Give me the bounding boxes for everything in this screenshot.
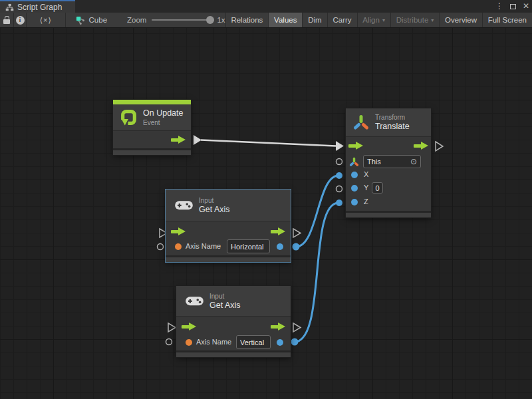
node-on-update[interactable]: On Update Event [113,100,191,155]
zoom-slider-handle[interactable] [206,16,214,24]
y-value-field[interactable]: 0 [372,182,383,194]
node-footer [346,211,431,217]
zoom-slider[interactable] [152,19,211,21]
info-icon: i [16,16,25,25]
flow-in-arrow-icon[interactable] [182,323,196,331]
graph-toolbar: i ⟨×⟩ Cube Zoom 1x [0,13,532,28]
node-footer [166,255,291,262]
z-port-dot[interactable] [351,199,358,205]
gamepad-icon [185,295,204,307]
axis-name-value: Horizontal [231,243,264,251]
target-field[interactable]: This ⊙ [363,155,421,168]
values-button[interactable]: Values [269,13,302,27]
flow-out-arrow-icon[interactable] [271,323,285,331]
script-graph-window: Script Graph ⋮ ✕ i ⟨×⟩ [0,0,532,399]
node-title: Get Axis [209,301,241,311]
lock-button[interactable] [0,13,13,27]
y-value: 0 [375,184,379,192]
transform-axes-icon [352,114,370,131]
flow-out-arrow-icon[interactable] [414,142,428,150]
variables-button[interactable]: ⟨×⟩ [27,13,65,27]
flow-out-arrow-icon[interactable] [171,136,186,144]
x-port-label: X [364,170,368,178]
target-field-value: This [367,158,381,166]
axis-name-field[interactable]: Horizontal [227,239,270,253]
script-graph-icon [5,3,14,11]
event-accent-bar [113,100,191,104]
variables-icon: ⟨×⟩ [40,16,52,25]
axis-name-label: Axis Name [196,338,231,346]
value-out-dot[interactable] [277,243,283,250]
lock-icon [3,16,10,24]
dim-button[interactable]: Dim [303,13,327,27]
close-icon[interactable]: ✕ [523,0,529,13]
node-category: Input [199,196,230,205]
transform-mini-icon [349,157,359,167]
node-get-axis-vertical[interactable]: Input Get Axis Axis Name Vertical [176,286,291,357]
node-title: Translate [375,122,410,132]
carry-button[interactable]: Carry [327,13,356,27]
zoom-value: 1x [217,16,225,24]
info-button[interactable]: i [14,13,26,27]
tab-script-graph[interactable]: Script Graph [0,0,75,13]
graph-name-label: Cube [89,16,108,24]
distribute-button[interactable]: Distribute ▾ [391,13,440,27]
axis-name-field[interactable]: Vertical [236,335,271,349]
gamepad-icon [174,199,194,211]
node-title: On Update [143,108,183,118]
title-bar: Script Graph ⋮ ✕ [0,0,532,13]
y-port-label: Y [364,184,368,192]
full-screen-button[interactable]: Full Screen [483,13,532,27]
node-category: Transform [375,113,410,122]
chevron-down-icon: ▾ [382,17,385,23]
axis-name-label: Axis Name [186,242,221,250]
graph-asset-icon [75,15,85,25]
axis-name-port-dot[interactable] [186,339,192,346]
node-footer [113,148,191,155]
chevron-down-icon: ▾ [431,17,434,23]
value-out-dot[interactable] [277,339,283,346]
node-title: Get Axis [199,205,230,215]
tab-title: Script Graph [17,3,62,12]
flow-in-arrow-icon[interactable] [348,142,363,150]
node-footer [176,350,291,357]
relations-button[interactable]: Relations [225,13,268,27]
node-category: Input [209,292,241,301]
overview-button[interactable]: Overview [440,13,482,27]
axis-name-value: Vertical [240,338,264,346]
object-picker-icon[interactable]: ⊙ [410,157,417,166]
maximize-icon[interactable] [510,4,516,9]
node-translate[interactable]: Transform Translate This ⊙ X Y [346,108,431,217]
align-button[interactable]: Align ▾ [357,13,390,27]
y-port-dot[interactable] [351,185,358,192]
on-update-loop-icon [120,108,138,126]
flow-in-arrow-icon[interactable] [171,227,186,236]
x-port-dot[interactable] [351,172,358,178]
window-menu-icon[interactable]: ⋮ [495,0,503,13]
z-port-label: Z [364,198,368,205]
graph-reference[interactable]: Cube [66,13,108,27]
axis-name-port-dot[interactable] [175,243,182,250]
zoom-label: Zoom [127,16,146,24]
node-subtitle: Event [143,118,183,127]
flow-out-arrow-icon[interactable] [271,227,285,236]
node-get-axis-horizontal[interactable]: Input Get Axis Axis Name Horizontal [166,190,291,262]
